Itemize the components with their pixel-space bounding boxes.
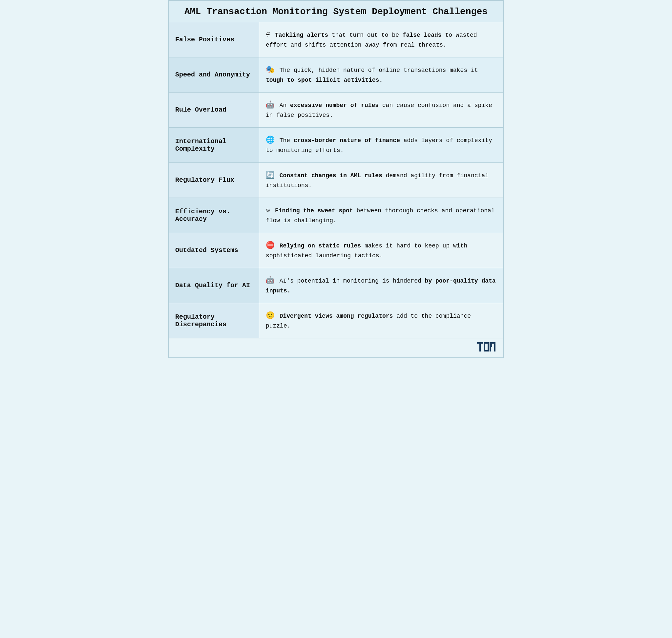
desc-speed-anonymity: 🎭 The quick, hidden nature of online tra… <box>259 57 503 92</box>
label-regulatory-discrepancies: Regulatory Discrepancies <box>169 303 259 338</box>
label-data-quality-ai: Data Quality for AI <box>169 268 259 303</box>
desc-international-complexity: 🌐 The cross-border nature of finance add… <box>259 127 503 163</box>
desc-rule-overload: 🤖 An excessive number of rules can cause… <box>259 92 503 127</box>
svg-rect-8 <box>491 342 492 347</box>
svg-rect-5 <box>488 342 489 352</box>
table-row-regulatory-flux: Regulatory Flux🔄 Constant changes in AML… <box>169 163 503 198</box>
desc-efficiency-accuracy: ⚖️ Finding the sweet spot between thorou… <box>259 198 503 233</box>
table-row-efficiency-accuracy: Efficiency vs. Accuracy⚖️ Finding the sw… <box>169 198 503 233</box>
label-efficiency-accuracy: Efficiency vs. Accuracy <box>169 198 259 233</box>
svg-rect-2 <box>484 342 485 352</box>
svg-rect-1 <box>480 343 481 352</box>
label-international-complexity: International Complexity <box>169 127 259 163</box>
label-rule-overload: Rule Overload <box>169 92 259 127</box>
desc-regulatory-discrepancies: 😕 Divergent views among regulators add t… <box>259 303 503 338</box>
desc-regulatory-flux: 🔄 Constant changes in AML rules demand a… <box>259 163 503 198</box>
svg-rect-3 <box>484 342 488 343</box>
table-row-international-complexity: International Complexity🌐 The cross-bord… <box>169 127 503 163</box>
svg-rect-10 <box>494 342 495 352</box>
desc-outdated-systems: ⛔ Relying on static rules makes it hard … <box>259 233 503 268</box>
table-row-false-positives: False Positives☔ Tackling alerts that tu… <box>169 22 503 57</box>
desc-false-positives: ☔ Tackling alerts that turn out to be fa… <box>259 22 503 57</box>
label-speed-anonymity: Speed and Anonymity <box>169 57 259 92</box>
table-row-rule-overload: Rule Overload🤖 An excessive number of ru… <box>169 92 503 127</box>
main-container: AML Transaction Monitoring System Deploy… <box>168 0 504 358</box>
page-title: AML Transaction Monitoring System Deploy… <box>169 1 503 22</box>
desc-data-quality-ai: 🤖 AI's potential in monitoring is hinder… <box>259 268 503 303</box>
table-row-speed-anonymity: Speed and Anonymity🎭 The quick, hidden n… <box>169 57 503 92</box>
label-false-positives: False Positives <box>169 22 259 57</box>
svg-rect-4 <box>484 350 488 352</box>
svg-rect-6 <box>490 342 491 352</box>
table-row-outdated-systems: Outdated Systems⛔ Relying on static rule… <box>169 233 503 268</box>
table-row-regulatory-discrepancies: Regulatory Discrepancies😕 Divergent view… <box>169 303 503 338</box>
table-row-data-quality-ai: Data Quality for AI🤖 AI's potential in m… <box>169 268 503 303</box>
svg-rect-0 <box>477 342 483 343</box>
label-outdated-systems: Outdated Systems <box>169 233 259 268</box>
logo <box>477 341 497 353</box>
challenges-table: False Positives☔ Tackling alerts that tu… <box>169 22 503 338</box>
label-regulatory-flux: Regulatory Flux <box>169 163 259 198</box>
